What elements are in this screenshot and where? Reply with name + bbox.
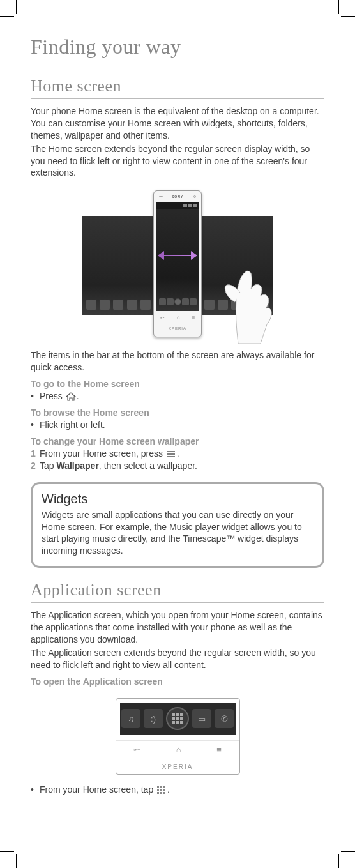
open-app-step: • From your Home screen, tap . — [31, 784, 324, 796]
svg-rect-7 — [176, 717, 179, 720]
svg-rect-19 — [160, 792, 162, 794]
menu-button-icon — [165, 449, 177, 459]
apps-grid-icon — [156, 785, 167, 795]
to-wallpaper-step-1: 1 From your Home screen, press . — [31, 448, 324, 460]
apps-grid-icon — [166, 707, 189, 730]
svg-rect-15 — [157, 789, 159, 791]
phone-nav-buttons: ⤺ ⌂ ≡ — [154, 311, 201, 324]
home-icon: ⌂ — [177, 315, 180, 321]
app-intro-2: The Application screen extends beyond th… — [31, 647, 324, 671]
svg-rect-6 — [172, 717, 175, 720]
app-intro-1: The Application screen, which you open f… — [31, 609, 324, 646]
svg-rect-4 — [176, 713, 179, 716]
to-browse-step: • Flick right or left. — [31, 419, 324, 431]
phone-sub-brand: XPERIA — [116, 759, 239, 774]
app-screen-illustration: ♫ :) ▭ ✆ ⤺ ⌂ ≡ XPERIA — [31, 698, 324, 775]
home-extension-left — [82, 216, 155, 315]
contacts-icon: ▭ — [192, 709, 211, 728]
widgets-body: Widgets are small applications that you … — [42, 509, 313, 558]
to-browse-heading: To browse the Home screen — [31, 407, 324, 418]
svg-rect-18 — [157, 792, 159, 794]
svg-rect-12 — [157, 786, 159, 788]
svg-rect-16 — [160, 789, 162, 791]
to-go-home-step: • Press . — [31, 390, 324, 402]
svg-rect-17 — [163, 789, 165, 791]
home-after-image: The items in the bar at the bottom of th… — [31, 349, 324, 374]
svg-rect-8 — [180, 717, 183, 720]
home-intro-2: The Home screen extends beyond the regul… — [31, 143, 324, 179]
svg-rect-10 — [176, 721, 179, 724]
phone-sub-brand: XPERIA — [154, 324, 201, 333]
svg-rect-11 — [180, 721, 183, 724]
page-title: Finding your way — [31, 35, 324, 59]
svg-rect-5 — [180, 713, 183, 716]
home-icon: ⌂ — [176, 745, 181, 754]
phone-icon: ✆ — [215, 709, 234, 728]
svg-rect-14 — [163, 786, 165, 788]
phone-brand: SONY — [172, 195, 183, 199]
widgets-callout: Widgets Widgets are small applications t… — [31, 482, 324, 568]
phone-device: SONY ⤺ ⌂ ≡ — [153, 190, 202, 337]
svg-rect-9 — [172, 721, 175, 724]
menu-icon: ≡ — [192, 315, 195, 321]
home-screen-illustration: SONY ⤺ ⌂ ≡ — [31, 190, 324, 340]
to-wallpaper-heading: To change your Home screen wallpaper — [31, 436, 324, 446]
to-wallpaper-step-2: 2 Tap Wallpaper, then select a wallpaper… — [31, 460, 324, 472]
home-screen-heading: Home screen — [31, 77, 324, 99]
back-icon: ⤺ — [133, 745, 140, 754]
svg-rect-3 — [172, 713, 175, 716]
svg-rect-13 — [160, 786, 162, 788]
home-intro-1: Your phone Home screen is the equivalent… — [31, 105, 324, 142]
phone-screen — [156, 202, 199, 311]
svg-rect-20 — [163, 792, 165, 794]
back-icon: ⤺ — [160, 315, 165, 321]
media-icon: ♫ — [121, 709, 140, 728]
to-open-app-heading: To open the Application screen — [31, 676, 324, 687]
camera-icon — [193, 195, 196, 198]
app-screen-heading: Application screen — [31, 581, 324, 603]
home-button-icon — [65, 392, 77, 402]
widgets-title: Widgets — [42, 492, 313, 506]
document-page: Finding your way Home screen Your phone … — [0, 0, 355, 821]
to-go-home-heading: To go to the Home screen — [31, 379, 324, 389]
swipe-arrow-icon — [160, 251, 195, 260]
menu-icon: ≡ — [216, 745, 222, 754]
messaging-icon: :) — [144, 709, 163, 728]
home-extension-right — [200, 216, 273, 315]
speaker-icon — [159, 196, 163, 197]
